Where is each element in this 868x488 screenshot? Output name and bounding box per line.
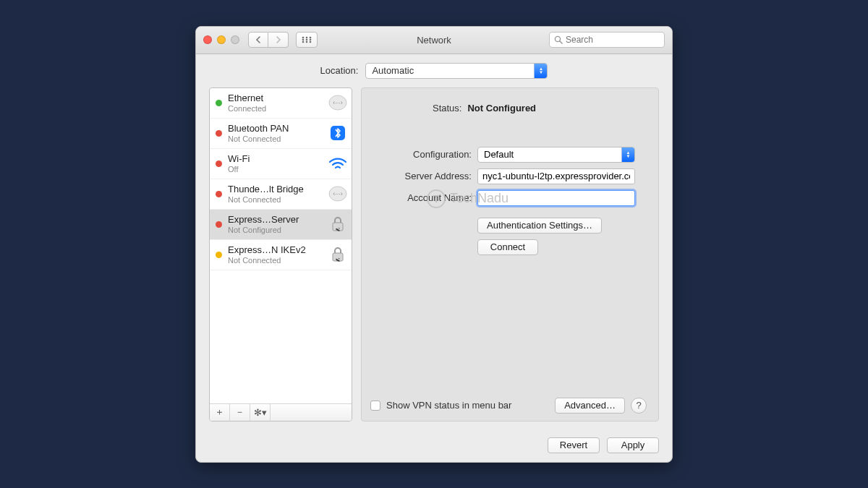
location-value: Automatic (372, 65, 414, 76)
apply-button[interactable]: Apply (607, 437, 659, 453)
svg-point-6 (302, 41, 305, 43)
sidebar-item-status: Connected (228, 104, 323, 113)
status-label: Status: (433, 103, 461, 114)
chevron-up-down-icon: ▲▼ (621, 147, 634, 162)
minimize-window-button[interactable] (217, 35, 226, 44)
svg-line-10 (560, 41, 562, 43)
services-list: Ethernet Connected ‹···› Bluetooth PAN N… (210, 88, 352, 403)
svg-point-0 (302, 37, 305, 39)
svg-point-1 (306, 37, 308, 39)
sidebar-item-express-server[interactable]: Express…Server Not Configured (210, 210, 352, 240)
gear-icon: ✻▾ (254, 407, 267, 418)
status-row: Status: Not Configured (433, 103, 647, 114)
wifi-icon (328, 154, 347, 173)
account-name-label: Account Name: (370, 192, 472, 203)
show-vpn-status-checkbox[interactable] (370, 401, 380, 411)
server-address-label: Server Address: (370, 171, 472, 181)
close-window-button[interactable] (203, 35, 212, 44)
add-service-button[interactable]: ＋ (210, 404, 230, 421)
location-row: Location: Automatic ▲▼ (196, 54, 672, 87)
connect-button[interactable]: Connect (477, 239, 538, 255)
configuration-label: Configuration: (370, 149, 472, 160)
sidebar-item-name: Express…N IKEv2 (228, 244, 323, 255)
sidebar-item-name: Express…Server (228, 214, 323, 225)
sidebar-item-status: Not Connected (228, 256, 323, 265)
vpn-lock-icon (328, 245, 347, 264)
status-dot (216, 221, 222, 228)
help-button[interactable]: ? (631, 398, 647, 414)
forward-button[interactable] (268, 32, 289, 48)
zoom-window-button[interactable] (231, 35, 239, 44)
svg-point-4 (306, 39, 308, 41)
bluetooth-icon (328, 124, 347, 142)
ethernet-icon: ‹···› (328, 93, 347, 112)
sidebar-footer: ＋ － ✻▾ (210, 403, 352, 421)
traffic-lights (203, 35, 239, 44)
status-value: Not Configured (467, 103, 536, 114)
svg-point-2 (310, 37, 312, 39)
search-input[interactable] (566, 35, 660, 45)
service-actions-button[interactable]: ✻▾ (250, 404, 271, 421)
sidebar-item-status: Not Connected (228, 195, 323, 204)
sidebar: Ethernet Connected ‹···› Bluetooth PAN N… (209, 87, 352, 421)
action-buttons: Authentication Settings… Connect (477, 218, 647, 255)
sidebar-item-status: Not Configured (228, 226, 323, 234)
sidebar-item-ethernet[interactable]: Ethernet Connected ‹···› (210, 88, 352, 119)
remove-service-button[interactable]: － (230, 404, 250, 421)
search-icon (554, 35, 563, 44)
sidebar-item-thunderbolt-bridge[interactable]: Thunde…lt Bridge Not Connected ‹···› (210, 179, 352, 210)
sidebar-item-name: Ethernet (228, 93, 323, 103)
status-dot (216, 252, 222, 258)
authentication-settings-button[interactable]: Authentication Settings… (477, 218, 602, 234)
toolbar-nav (248, 32, 318, 48)
configuration-row: Configuration: Default ▲▼ (370, 147, 647, 163)
network-preferences-window: Network Location: Automatic ▲▼ (195, 26, 673, 463)
nav-segment (248, 32, 289, 48)
ethernet-icon: ‹···› (328, 184, 347, 203)
sidebar-item-status: Not Connected (228, 134, 323, 143)
sidebar-item-name: Thunde…lt Bridge (228, 184, 323, 194)
chevron-up-down-icon: ▲▼ (534, 64, 547, 78)
server-address-row: Server Address: (370, 168, 647, 184)
status-dot (216, 191, 222, 197)
bottom-bar: Revert Apply (196, 429, 672, 462)
configuration-value: Default (484, 149, 514, 160)
sidebar-item-express-ikev2[interactable]: Express…N IKEv2 Not Connected (210, 240, 352, 270)
show-vpn-status-label: Show VPN status in menu bar (386, 400, 511, 411)
svg-point-7 (306, 41, 308, 43)
search-field-wrap[interactable] (549, 32, 665, 48)
sidebar-column: Ethernet Connected ‹···› Bluetooth PAN N… (209, 87, 352, 421)
sidebar-item-bluetooth-pan[interactable]: Bluetooth PAN Not Connected (210, 119, 352, 149)
show-all-button[interactable] (296, 32, 318, 48)
status-dot (216, 100, 222, 106)
svg-point-8 (310, 41, 312, 43)
body: Ethernet Connected ‹···› Bluetooth PAN N… (196, 87, 672, 429)
account-name-row: Account Name: (370, 190, 647, 206)
svg-text:‹···›: ‹···› (333, 99, 343, 106)
account-name-input[interactable] (477, 190, 635, 206)
configuration-dropdown[interactable]: Default ▲▼ (477, 147, 635, 163)
advanced-button[interactable]: Advanced… (555, 398, 625, 414)
svg-point-5 (310, 39, 312, 41)
sidebar-item-wifi[interactable]: Wi-Fi Off (210, 149, 352, 179)
sidebar-item-status: Off (228, 165, 323, 174)
grid-icon (302, 36, 312, 43)
server-address-input[interactable] (477, 168, 635, 184)
vpn-lock-icon (328, 215, 347, 234)
svg-point-3 (302, 39, 305, 41)
location-label: Location: (320, 65, 359, 76)
panel-footer: Show VPN status in menu bar Advanced… ? (370, 398, 647, 414)
sidebar-item-name: Bluetooth PAN (228, 123, 323, 134)
status-dot (216, 130, 222, 137)
back-button[interactable] (248, 32, 268, 48)
revert-button[interactable]: Revert (548, 437, 600, 453)
titlebar: Network (196, 27, 672, 54)
status-dot (216, 160, 222, 167)
details-panel: Status: Not Configured Configuration: De… (361, 87, 659, 421)
svg-text:‹···›: ‹···› (333, 190, 343, 197)
sidebar-item-name: Wi-Fi (228, 153, 323, 164)
location-dropdown[interactable]: Automatic ▲▼ (365, 63, 548, 79)
